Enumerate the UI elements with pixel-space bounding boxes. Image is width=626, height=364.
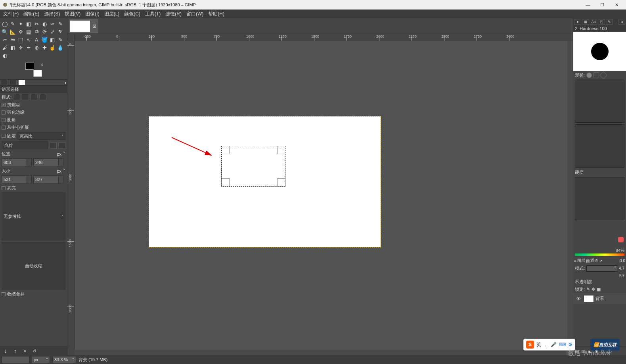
- menu-help[interactable]: 帮助(H): [206, 10, 227, 18]
- size-unit-dropdown-icon[interactable]: ˅: [63, 168, 65, 173]
- size-w-input[interactable]: 531: [2, 175, 32, 183]
- gradient-tool-icon[interactable]: ◧: [48, 36, 56, 44]
- channels-tab[interactable]: ▤通道: [586, 258, 598, 263]
- ime-keyboard-icon[interactable]: ⌨: [559, 342, 566, 347]
- canvas-area[interactable]: [75, 41, 567, 350]
- unit-dropdown[interactable]: px: [32, 356, 50, 363]
- paint-dynamics-tab-icon[interactable]: ✎: [606, 19, 613, 25]
- ime-voice-icon[interactable]: 🎤: [551, 342, 557, 347]
- menu-view[interactable]: 视图(V): [62, 10, 83, 18]
- size-h-input[interactable]: 327: [33, 175, 63, 183]
- layer-mode-dropdown[interactable]: [586, 265, 617, 272]
- menu-tools[interactable]: 工具(T): [143, 10, 163, 18]
- zoom-dropdown[interactable]: 33.3 %: [52, 356, 76, 363]
- menu-image[interactable]: 图像(I): [83, 10, 101, 18]
- ruler-horizontal[interactable]: -250025050075010001250150017502000225025…: [67, 34, 573, 41]
- menu-select[interactable]: 选择(S): [42, 10, 62, 18]
- bg-color-swatch[interactable]: [33, 70, 42, 77]
- lock-pixels-icon[interactable]: ✎: [586, 287, 590, 292]
- selection-handle-tl[interactable]: [222, 146, 230, 154]
- position-x-input[interactable]: 603: [2, 158, 32, 166]
- mode-subtract-icon[interactable]: [31, 94, 38, 100]
- history-tab-icon[interactable]: ◳: [598, 19, 605, 25]
- shape-circle-icon[interactable]: [586, 72, 592, 78]
- tab-menu-right-icon[interactable]: ◂: [618, 19, 625, 25]
- color-picker-tool-icon[interactable]: ✎: [56, 20, 64, 28]
- shrink-merged-checkbox[interactable]: [2, 292, 6, 296]
- menu-layer[interactable]: 图层(L): [102, 10, 122, 18]
- antialias-checkbox[interactable]: [2, 103, 6, 107]
- brushes-tab-icon[interactable]: ●: [574, 19, 581, 25]
- perspective-tool-icon[interactable]: ▱: [1, 36, 9, 44]
- selection-handle-br[interactable]: [277, 178, 285, 186]
- tab-brushes-icon[interactable]: [18, 80, 25, 85]
- bucket-fill-tool-icon[interactable]: 🪣: [40, 36, 48, 44]
- fg-color-swatch[interactable]: [25, 63, 34, 70]
- fg-bg-colors[interactable]: ⤭: [0, 63, 67, 79]
- visibility-icon[interactable]: 👁: [575, 296, 582, 301]
- guides-dropdown[interactable]: 无参考线: [2, 192, 65, 240]
- menu-edit[interactable]: 编辑(E): [21, 10, 42, 18]
- ellipse-select-tool-icon[interactable]: ◯: [1, 20, 9, 28]
- ime-toolbar[interactable]: S 英 ， 🎤 ⌨ ⚙: [523, 339, 575, 351]
- tab-menu-icon[interactable]: ◂: [64, 80, 66, 85]
- shape-diamond-icon[interactable]: [599, 71, 607, 79]
- lock-alpha-icon[interactable]: ▦: [597, 287, 601, 292]
- paths-tab-icon[interactable]: ↗: [599, 259, 602, 263]
- shear-tool-icon[interactable]: ⧨: [56, 28, 64, 36]
- layer-row[interactable]: 👁 背景: [573, 293, 626, 304]
- fixed-mode-dropdown[interactable]: 宽高比: [17, 132, 65, 140]
- selection-rectangle[interactable]: [221, 146, 285, 187]
- from-center-checkbox[interactable]: [2, 126, 6, 130]
- eraser-tool-icon[interactable]: ◧: [9, 44, 17, 51]
- reset-preset-icon[interactable]: ↺: [31, 348, 37, 354]
- fixed-checkbox[interactable]: [2, 134, 6, 138]
- document-tab-close-icon[interactable]: ⊠: [92, 23, 97, 29]
- orientation-portrait-icon[interactable]: [50, 142, 57, 149]
- paintbrush-tool-icon[interactable]: 🖌: [1, 44, 9, 51]
- clone-tool-icon[interactable]: ⊕: [33, 44, 40, 51]
- ime-logo-icon[interactable]: S: [526, 341, 534, 349]
- move-tool-icon[interactable]: ✥: [17, 28, 25, 36]
- maximize-button[interactable]: ☐: [595, 0, 609, 9]
- crop-tool-icon[interactable]: ⧉: [33, 28, 40, 36]
- scale-tool-icon[interactable]: ⤢: [48, 28, 56, 36]
- highlight-checkbox[interactable]: [2, 186, 6, 190]
- save-preset-icon[interactable]: ⭳: [2, 348, 9, 354]
- layers-tab[interactable]: ≡ 图层: [574, 258, 585, 263]
- current-ratio-field[interactable]: 当前: [2, 141, 48, 149]
- swap-colors-icon[interactable]: ⤭: [40, 63, 44, 67]
- vertical-scrollbar[interactable]: [567, 41, 573, 350]
- position-unit-dropdown-icon[interactable]: ˅: [63, 151, 65, 156]
- warp-tool-icon[interactable]: ∿: [25, 36, 33, 44]
- menu-file[interactable]: 文件(F): [1, 10, 21, 18]
- orientation-landscape-icon[interactable]: [58, 142, 65, 149]
- selection-handle-bl[interactable]: [222, 178, 230, 186]
- aspect-ratio-slider[interactable]: [575, 124, 624, 168]
- ink-tool-icon[interactable]: ✒: [25, 44, 33, 51]
- align-tool-icon[interactable]: ▤: [25, 28, 33, 36]
- close-window-button[interactable]: ✕: [609, 0, 624, 9]
- fuzzy-select-tool-icon[interactable]: ✦: [17, 20, 25, 28]
- menu-window[interactable]: 窗口(W): [184, 10, 206, 18]
- mode-intersect-icon[interactable]: [39, 94, 46, 100]
- rounded-checkbox[interactable]: [2, 118, 6, 122]
- brush-preview[interactable]: [573, 32, 626, 71]
- auto-shrink-button[interactable]: 自动收缩: [2, 242, 65, 290]
- tab-device-status-icon[interactable]: [10, 80, 17, 85]
- ruler-vertical[interactable]: 0500100015002000: [67, 41, 75, 350]
- position-y-input[interactable]: 246: [33, 158, 63, 166]
- text-tool-icon[interactable]: A: [33, 36, 40, 44]
- zoom-tool-icon[interactable]: 🔍: [1, 28, 9, 36]
- lock-position-icon[interactable]: ✥: [592, 287, 595, 292]
- minimize-button[interactable]: —: [581, 0, 595, 9]
- free-select-tool-icon[interactable]: ✎: [9, 20, 17, 28]
- shape-square-icon[interactable]: [593, 72, 599, 78]
- menu-filters[interactable]: 滤镜(R): [163, 10, 184, 18]
- delete-preset-icon[interactable]: ⨯: [21, 348, 28, 354]
- blur-tool-icon[interactable]: 💧: [56, 44, 64, 51]
- cage-tool-icon[interactable]: ⬚: [17, 36, 25, 44]
- heal-tool-icon[interactable]: ✚: [40, 44, 48, 51]
- hardness-slider[interactable]: [575, 177, 624, 220]
- rotate-tool-icon[interactable]: ⟳: [40, 28, 48, 36]
